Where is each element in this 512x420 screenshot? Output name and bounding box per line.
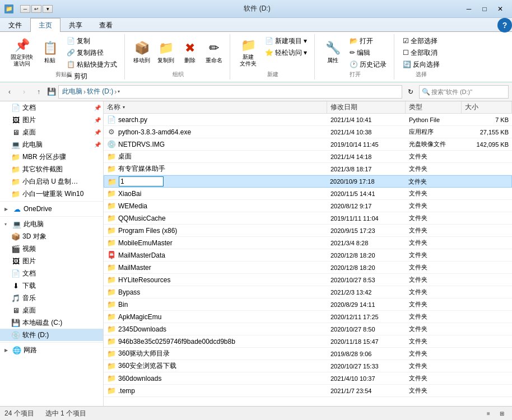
file-cell-date: 2021/1/4 14:18 bbox=[327, 153, 406, 160]
new-folder-button[interactable]: 📁 新建文件夹 bbox=[236, 35, 260, 70]
file-cell-name: ⚙python-3.8.3-amd64.exe bbox=[104, 128, 327, 136]
select-none-button[interactable]: ☐ 全部取消 bbox=[400, 47, 443, 58]
table-row[interactable]: 📁946b38e35c0259746f9bade00dcd9b8b 2020/1… bbox=[104, 335, 512, 348]
path-dropdown-arrow[interactable]: ▾ bbox=[118, 89, 120, 94]
select-none-icon: ☐ bbox=[403, 49, 409, 57]
undo-quick-btn[interactable]: ↩ bbox=[31, 5, 41, 13]
properties-button[interactable]: 🔧 属性 bbox=[320, 35, 345, 70]
sidebar-item-pics[interactable]: 🖼 图片 📌 bbox=[0, 114, 103, 126]
sidebar-item-3d[interactable]: 📦 3D 对象 bbox=[0, 230, 103, 242]
table-row[interactable]: 📁有专官媒体助手 2021/3/8 18:17 文件夹 bbox=[104, 163, 512, 175]
close-button[interactable]: ✕ bbox=[493, 3, 508, 15]
sidebar-item-other[interactable]: 📁 其它软件截图 bbox=[0, 163, 103, 175]
copy-path-button[interactable]: 🔗 复制路径 bbox=[64, 47, 120, 58]
table-row[interactable]: 📁Bypass 2021/2/3 13:42 文件夹 bbox=[104, 286, 512, 298]
sidebar-item-network[interactable]: ▶ 🌐 网路 bbox=[0, 344, 103, 356]
select-buttons: ☑ 全部选择 ☐ 全部取消 🔄 反向选择 bbox=[400, 35, 443, 70]
table-row[interactable]: 📁桌面 2021/1/4 14:18 文件夹 bbox=[104, 151, 512, 163]
table-row[interactable]: 📁XiaoBai 2020/11/5 14:41 文件夹 bbox=[104, 188, 512, 200]
sidebar-item-music[interactable]: 🎵 音乐 bbox=[0, 292, 103, 304]
table-row[interactable]: 📁360驱动大师目录 2019/8/28 9:06 文件夹 bbox=[104, 348, 512, 360]
table-row[interactable]: 📁360downloads 2021/4/10 10:37 文件夹 bbox=[104, 372, 512, 385]
table-row[interactable]: 📁 2020/10/9 17:18 文件夹 bbox=[104, 175, 512, 188]
address-path[interactable]: 此电脑 › 软件 (D:) › ▾ bbox=[58, 85, 402, 99]
tab-share[interactable]: 共享 bbox=[60, 18, 91, 31]
tab-home[interactable]: 主页 bbox=[30, 18, 60, 32]
paste-button[interactable]: 📋 粘贴 bbox=[38, 35, 62, 70]
file-cell-name: 📁MailMaster bbox=[104, 263, 327, 272]
up-button[interactable]: ↑ bbox=[32, 86, 45, 98]
window-title: 软件 (D:) bbox=[53, 4, 462, 13]
table-row[interactable]: 📁Bin 2020/8/29 14:11 文件夹 bbox=[104, 298, 512, 311]
sidebar-item-video[interactable]: 🎬 视频 bbox=[0, 242, 103, 255]
table-row[interactable]: 📁2345Downloads 2020/10/27 8:50 文件夹 bbox=[104, 323, 512, 335]
copy-button[interactable]: 📄 复制 bbox=[64, 35, 120, 46]
easy-access-button[interactable]: ⭐ 轻松访问 ▾ bbox=[262, 47, 310, 58]
large-icons-view-button[interactable]: ⊞ bbox=[496, 408, 508, 419]
history-button[interactable]: 🕐 历史记录 bbox=[347, 59, 389, 70]
easy-access-icon: ⭐ bbox=[265, 49, 273, 57]
sidebar-item-docs[interactable]: 📄 文档 📌 bbox=[0, 101, 103, 114]
forward-button[interactable]: › bbox=[18, 86, 30, 98]
file-cell-date: 2021/1/7 23:54 bbox=[327, 388, 406, 394]
search-input[interactable] bbox=[431, 88, 509, 95]
sidebar-item-thispc[interactable]: 💻 此电脑 📌 bbox=[0, 138, 103, 151]
table-row[interactable]: 📄search.py 2021/1/4 10:41 Python File 7 … bbox=[104, 114, 512, 126]
sidebar-item-onedrive[interactable]: ▶ ☁ OneDrive bbox=[0, 203, 103, 215]
filename-edit-input[interactable] bbox=[119, 176, 164, 186]
minimize-button[interactable]: ─ bbox=[462, 3, 476, 15]
path-drive[interactable]: 软件 (D:) bbox=[87, 87, 113, 96]
sidebar-item-reinstall[interactable]: 📁 小白一键重装 Win10 bbox=[0, 188, 103, 200]
sidebar-item-local-c[interactable]: 💾 本地磁盘 (C:) bbox=[0, 316, 103, 329]
toolbar-dropdown[interactable]: ▾ bbox=[43, 5, 53, 13]
minimize-quick-btn[interactable]: ─ bbox=[20, 5, 30, 13]
table-row[interactable]: 📁HYLiteResources 2020/10/27 8:53 文件夹 bbox=[104, 274, 512, 286]
copy-to-button[interactable]: 📁 复制到 bbox=[155, 35, 177, 70]
search-box[interactable]: 🔍 bbox=[419, 85, 509, 99]
tab-view[interactable]: 查看 bbox=[91, 18, 121, 31]
edit-button[interactable]: ✏ 编辑 bbox=[347, 47, 389, 58]
sidebar-item-pics2[interactable]: 🖼 图片 bbox=[0, 255, 103, 267]
sidebar-item-soft-d[interactable]: 💿 软件 (D:) bbox=[0, 329, 103, 341]
table-row[interactable]: 📁MobileEmuMaster 2021/3/4 8:28 文件夹 bbox=[104, 237, 512, 249]
col-header-type[interactable]: 类型 bbox=[406, 101, 462, 113]
new-item-button[interactable]: 📄 新建项目 ▾ bbox=[262, 35, 310, 46]
refresh-button[interactable]: ↻ bbox=[404, 86, 417, 98]
open-button[interactable]: 📂 打开 bbox=[347, 35, 389, 46]
pin-to-quickaccess-button[interactable]: 📌 固定到快速访问 bbox=[8, 35, 36, 70]
tab-file[interactable]: 文件 bbox=[0, 18, 30, 31]
sidebar-item-mbr[interactable]: 📁 MBR 分区步骤 bbox=[0, 151, 103, 163]
sidebar-item-docs2[interactable]: 📄 文档 bbox=[0, 267, 103, 279]
select-all-button[interactable]: ☑ 全部选择 bbox=[400, 35, 443, 46]
back-button[interactable]: ‹ bbox=[3, 86, 16, 98]
table-row[interactable]: ⚙python-3.8.3-amd64.exe 2021/1/4 10:38 应… bbox=[104, 126, 512, 138]
properties-icon: 🔧 bbox=[325, 41, 341, 55]
sidebar-item-desktop2[interactable]: 🖥 桌面 bbox=[0, 304, 103, 316]
invert-select-button[interactable]: 🔄 反向选择 bbox=[400, 59, 443, 70]
table-row[interactable]: 📁QQMusicCache 2019/11/11 11:04 文件夹 bbox=[104, 212, 512, 225]
table-row[interactable]: 📁360安全浏览器下载 2020/10/27 15:33 文件夹 bbox=[104, 360, 512, 372]
table-row[interactable]: 📁.temp 2021/1/7 23:54 文件夹 bbox=[104, 385, 512, 397]
table-row[interactable]: 📮MailMasterData 2020/12/8 18:20 文件夹 bbox=[104, 249, 512, 262]
sidebar-item-downloads[interactable]: ⬇ 下载 bbox=[0, 279, 103, 292]
delete-button[interactable]: ✖ 删除 bbox=[179, 35, 201, 70]
maximize-button[interactable]: □ bbox=[477, 3, 492, 15]
paste-shortcut-button[interactable]: 📋 粘贴快捷方式 bbox=[64, 59, 120, 70]
file-cell-date: 2021/2/3 13:42 bbox=[327, 289, 406, 296]
sidebar-item-xiaobai[interactable]: 📁 小白启动 U 盘制作步 bbox=[0, 175, 103, 188]
col-header-name[interactable]: 名称 ▾ bbox=[104, 101, 327, 113]
help-button[interactable]: ? bbox=[497, 18, 512, 32]
path-thispc[interactable]: 此电脑 bbox=[62, 87, 82, 96]
details-view-button[interactable]: ≡ bbox=[483, 408, 494, 419]
col-header-size[interactable]: 大小 bbox=[462, 101, 512, 113]
table-row[interactable]: 📁WEMedia 2020/8/12 9:17 文件夹 bbox=[104, 200, 512, 212]
table-row[interactable]: 📁Program Files (x86) 2020/9/15 17:23 文件夹 bbox=[104, 225, 512, 237]
table-row[interactable]: 💿NETDRVS.IMG 2019/10/14 11:45 光盘映像文件 142… bbox=[104, 138, 512, 151]
sidebar-item-thispc2[interactable]: ▾ 💻 此电脑 bbox=[0, 218, 103, 230]
sidebar-item-desktop[interactable]: 🖥 桌面 📌 bbox=[0, 126, 103, 138]
move-to-button[interactable]: 📦 移动到 bbox=[131, 35, 153, 70]
table-row[interactable]: 📁MailMaster 2020/12/8 18:20 文件夹 bbox=[104, 262, 512, 274]
col-header-date[interactable]: 修改日期 bbox=[327, 101, 406, 113]
rename-button[interactable]: ✏ 重命名 bbox=[203, 35, 225, 70]
table-row[interactable]: 📁ApkMagicEmu 2020/12/11 17:25 文件夹 bbox=[104, 311, 512, 323]
